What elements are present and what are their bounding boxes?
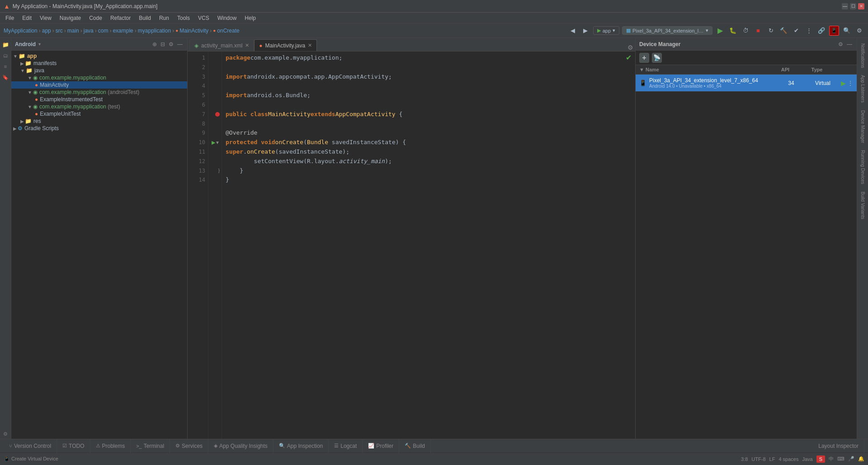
input-lang-zh[interactable]: 中 xyxy=(829,456,834,462)
tab-problems[interactable]: ⚠ Problems xyxy=(90,439,131,453)
tree-item-mainactivity[interactable]: ● MainActivity xyxy=(11,81,187,89)
nav-back-button[interactable]: ◀ xyxy=(568,26,578,36)
device-selector[interactable]: ▦ Pixel_3a_API_34_extension_level_7... ▾ xyxy=(622,26,712,35)
device-run-button[interactable]: ▶ xyxy=(841,80,846,87)
device-more-button[interactable]: ⋮ xyxy=(848,80,853,86)
app-listeners-label[interactable]: App Listeners xyxy=(859,71,866,106)
menu-item-code[interactable]: Code xyxy=(85,14,106,22)
menu-item-file[interactable]: File xyxy=(2,14,18,22)
status-indent[interactable]: 4 spaces xyxy=(778,456,798,462)
notification-label[interactable]: Notifications xyxy=(859,40,866,71)
breadcrumb-mainactivity[interactable]: ● MainActivity xyxy=(175,28,208,34)
add-device-button[interactable]: + xyxy=(639,53,649,63)
resource-manager-icon[interactable]: 🗂 xyxy=(0,51,10,61)
code-content[interactable]: package com.example.myapplication; impor… xyxy=(222,52,635,439)
sync-button[interactable]: ↻ xyxy=(766,26,776,36)
tree-options-button[interactable]: ⚙ xyxy=(168,40,175,48)
stop-button[interactable]: ■ xyxy=(753,26,763,36)
tree-item-package-androidtest[interactable]: ▼ ◉ com.example.myapplication (androidTe… xyxy=(11,89,187,96)
breadcrumb-myapplication2[interactable]: myapplication xyxy=(138,28,171,34)
menu-item-refactor[interactable]: Refactor xyxy=(107,14,134,22)
tree-collapse-button[interactable]: ⊟ xyxy=(160,40,166,48)
tab-logcat[interactable]: ☰ Logcat xyxy=(329,439,363,453)
ime-icon[interactable]: S xyxy=(816,456,825,463)
breadcrumb-com[interactable]: com xyxy=(98,28,108,34)
tab-version-control[interactable]: ⑂ Version Control xyxy=(4,439,57,453)
gutter-line-10[interactable]: ▶ ▼ xyxy=(208,138,220,147)
breadcrumb-java[interactable]: java xyxy=(84,28,94,34)
debug-button[interactable]: 🐛 xyxy=(728,26,738,36)
settings-button[interactable]: ⚙ xyxy=(854,26,864,36)
menu-item-vcs[interactable]: VCS xyxy=(194,14,213,22)
keyboard-icon[interactable]: ⌨ xyxy=(837,456,844,462)
minimize-button[interactable]: — xyxy=(842,3,848,9)
maximize-button[interactable]: ☐ xyxy=(850,3,856,9)
tab-layout-inspector[interactable]: Layout Inspector xyxy=(813,439,864,453)
menu-item-tools[interactable]: Tools xyxy=(174,14,193,22)
tree-minimize-button[interactable]: — xyxy=(176,40,184,48)
breadcrumb-main[interactable]: main xyxy=(67,28,79,34)
build-variants-icon[interactable]: ⚙ xyxy=(0,429,10,439)
tab-activity-main[interactable]: ◈ activity_main.xml ✕ xyxy=(189,39,254,51)
mic-icon[interactable]: 🎤 xyxy=(848,456,854,462)
refresh-devices-button[interactable]: 📡 xyxy=(652,53,662,63)
menu-item-view[interactable]: View xyxy=(36,14,55,22)
breakpoint-icon[interactable] xyxy=(215,112,220,117)
tab-main-activity[interactable]: ● MainActivity.java ✕ xyxy=(254,39,317,51)
tab-todo[interactable]: ☑ TODO xyxy=(57,439,90,453)
notification-bell-icon[interactable]: 🔔 xyxy=(858,456,864,462)
run-button[interactable]: ▶ xyxy=(715,26,725,36)
breadcrumb-myapplication[interactable]: MyApplication xyxy=(4,28,38,34)
tab-close-main-activity[interactable]: ✕ xyxy=(308,42,312,48)
menu-item-window[interactable]: Window xyxy=(214,14,241,22)
tab-build[interactable]: 🔨 Build xyxy=(399,439,431,453)
tab-app-inspection[interactable]: 🔍 App Inspection xyxy=(274,439,329,453)
breadcrumb-src[interactable]: src xyxy=(56,28,63,34)
tree-item-res[interactable]: ▶ 📁 res xyxy=(11,117,187,125)
status-line-sep[interactable]: LF xyxy=(769,456,775,462)
more-run-button[interactable]: ⋮ xyxy=(804,26,814,36)
create-virtual-device-button[interactable]: 📱 Create Virtual Device xyxy=(4,456,58,462)
device-mirror-button[interactable]: 📱 xyxy=(829,26,839,36)
breadcrumb-app[interactable]: app xyxy=(42,28,51,34)
tree-item-java[interactable]: ▼ 📁 java xyxy=(11,67,187,74)
rebuild-button[interactable]: 🔨 xyxy=(778,26,788,36)
tree-item-instrumentedtest[interactable]: ● ExampleInstrumentedTest xyxy=(11,96,187,103)
bookmarks-icon[interactable]: 🔖 xyxy=(0,72,10,82)
tab-terminal[interactable]: >_ Terminal xyxy=(131,439,170,453)
run-config-selector[interactable]: ▶ app ▾ xyxy=(593,26,619,35)
search-everywhere-button[interactable]: 🔍 xyxy=(842,26,852,36)
tree-item-manifests[interactable]: ▶ 📁 manifests xyxy=(11,60,187,67)
device-manager-label[interactable]: Device Manager xyxy=(859,107,866,147)
menu-item-edit[interactable]: Edit xyxy=(19,14,35,22)
breadcrumb-oncreate[interactable]: ● onCreate xyxy=(213,28,239,34)
android-dropdown-icon[interactable]: ▾ xyxy=(38,42,41,47)
status-encoding[interactable]: UTF-8 xyxy=(751,456,765,462)
editor-settings-icon[interactable]: ⚙ xyxy=(627,44,633,51)
tree-item-package-test[interactable]: ▼ ◉ com.example.myapplication (test) xyxy=(11,103,187,110)
tree-item-app[interactable]: ▼ 📁 app xyxy=(11,52,187,60)
run-tests-button[interactable]: ✔ xyxy=(791,26,801,36)
profile-button[interactable]: ⏱ xyxy=(741,26,750,36)
tab-profiler[interactable]: 📈 Profiler xyxy=(363,439,399,453)
tab-close-activity-main[interactable]: ✕ xyxy=(245,42,249,48)
menu-item-navigate[interactable]: Navigate xyxy=(56,14,85,22)
status-lang[interactable]: Java xyxy=(802,456,812,462)
close-button[interactable]: ✕ xyxy=(858,3,864,9)
scope-button[interactable]: ⊕ xyxy=(151,40,158,48)
device-panel-settings-button[interactable]: ⚙ xyxy=(837,40,844,48)
device-row-pixel3a[interactable]: 📱 Pixel_3a_API_34_extension_level_7_x86_… xyxy=(636,75,857,92)
attach-button[interactable]: 🔗 xyxy=(816,26,826,36)
running-devices-label[interactable]: Running Devices xyxy=(859,146,866,188)
device-panel-close-button[interactable]: — xyxy=(846,40,853,48)
menu-item-build[interactable]: Build xyxy=(135,14,155,22)
tree-item-unittest[interactable]: ● ExampleUnitTest xyxy=(11,110,187,117)
code-editor[interactable]: 1 2 3 4 5 6 7 8 9 10 11 12 13 14 xyxy=(188,52,635,439)
nav-forward-button[interactable]: ▶ xyxy=(580,26,590,36)
fold-indicator-13[interactable]: } xyxy=(218,168,220,173)
structure-icon[interactable]: ≡ xyxy=(0,61,10,71)
project-icon[interactable]: 📁 xyxy=(0,40,10,50)
tab-app-quality[interactable]: ◈ App Quality Insights xyxy=(208,439,274,453)
tab-services[interactable]: ⚙ Services xyxy=(170,439,208,453)
build-variants-label[interactable]: Build Variants xyxy=(859,188,866,223)
